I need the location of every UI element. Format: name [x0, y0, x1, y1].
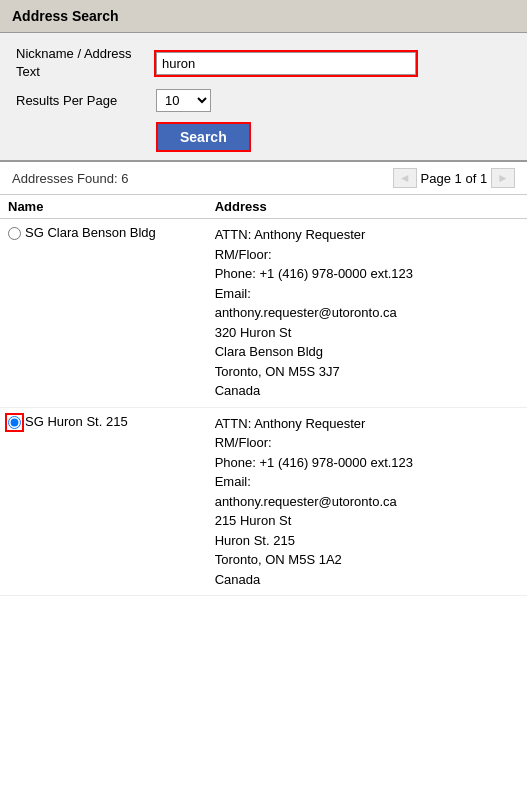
- next-page-button[interactable]: ►: [491, 168, 515, 188]
- search-button[interactable]: Search: [156, 122, 251, 152]
- address-line: Canada: [215, 570, 519, 590]
- address-line: Phone: +1 (416) 978-0000 ext.123: [215, 453, 519, 473]
- address-column-header: Address: [207, 195, 527, 219]
- nickname-input[interactable]: [156, 52, 416, 75]
- results-per-page-row: Results Per Page 5 10 25 50: [16, 89, 511, 112]
- address-line: Email:: [215, 472, 519, 492]
- address-line: RM/Floor:: [215, 245, 519, 265]
- table-row: SG Clara Benson BldgATTN: Anthony Reques…: [0, 219, 527, 408]
- table-row: SG Huron St. 215ATTN: Anthony RequesterR…: [0, 407, 527, 596]
- address-name-label: SG Clara Benson Bldg: [25, 225, 156, 240]
- address-line: Clara Benson Bldg: [215, 342, 519, 362]
- page-info: Page 1 of 1: [421, 171, 488, 186]
- form-section: Nickname / Address Text Results Per Page…: [0, 33, 527, 162]
- address-cell: ATTN: Anthony RequesterRM/Floor:Phone: +…: [207, 407, 527, 596]
- address-radio-1[interactable]: [8, 227, 21, 240]
- name-cell: SG Clara Benson Bldg: [0, 219, 207, 408]
- pagination: ◄ Page 1 of 1 ►: [393, 168, 515, 188]
- nickname-label: Nickname / Address Text: [16, 45, 156, 81]
- address-line: Canada: [215, 381, 519, 401]
- results-header: Addresses Found: 6 ◄ Page 1 of 1 ►: [0, 162, 527, 195]
- addresses-found: Addresses Found: 6: [12, 171, 128, 186]
- address-line: Phone: +1 (416) 978-0000 ext.123: [215, 264, 519, 284]
- name-column-header: Name: [0, 195, 207, 219]
- address-line: anthony.requester@utoronto.ca: [215, 492, 519, 512]
- name-cell: SG Huron St. 215: [0, 407, 207, 596]
- results-per-page-label: Results Per Page: [16, 92, 156, 110]
- address-line: Toronto, ON M5S 3J7: [215, 362, 519, 382]
- nickname-row: Nickname / Address Text: [16, 45, 511, 81]
- search-button-row: Search: [16, 122, 511, 152]
- address-cell: ATTN: Anthony RequesterRM/Floor:Phone: +…: [207, 219, 527, 408]
- results-per-page-select[interactable]: 5 10 25 50: [156, 89, 211, 112]
- address-line: Toronto, ON M5S 1A2: [215, 550, 519, 570]
- address-line: 215 Huron St: [215, 511, 519, 531]
- address-line: 320 Huron St: [215, 323, 519, 343]
- address-line: ATTN: Anthony Requester: [215, 414, 519, 434]
- page-title: Address Search: [0, 0, 527, 33]
- name-radio-group: SG Huron St. 215: [8, 414, 199, 429]
- address-name-label: SG Huron St. 215: [25, 414, 128, 429]
- address-radio-2[interactable]: [8, 416, 21, 429]
- address-line: anthony.requester@utoronto.ca: [215, 303, 519, 323]
- address-line: Huron St. 215: [215, 531, 519, 551]
- address-line: ATTN: Anthony Requester: [215, 225, 519, 245]
- prev-page-button[interactable]: ◄: [393, 168, 417, 188]
- name-radio-group: SG Clara Benson Bldg: [8, 225, 199, 240]
- address-line: RM/Floor:: [215, 433, 519, 453]
- results-table: Name Address SG Clara Benson BldgATTN: A…: [0, 195, 527, 596]
- address-line: Email:: [215, 284, 519, 304]
